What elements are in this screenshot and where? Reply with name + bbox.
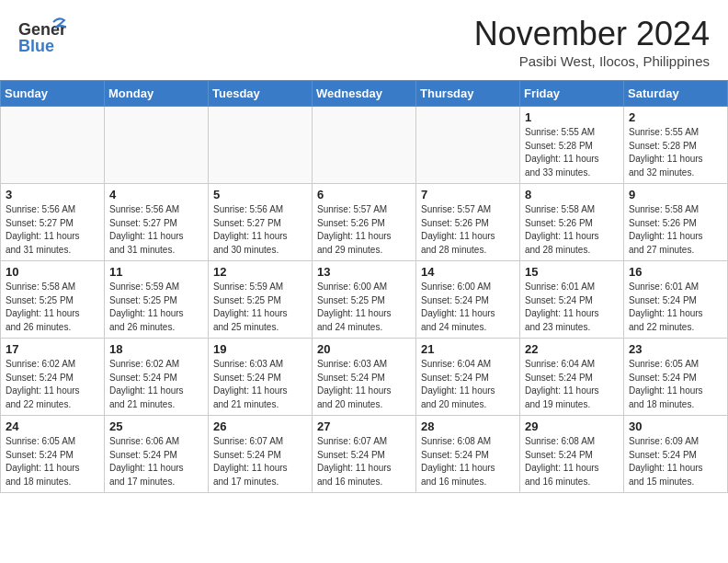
month-title: November 2024: [474, 15, 710, 53]
day-number: 12: [213, 265, 307, 279]
logo: General Blue: [18, 15, 66, 59]
week-row-2: 3Sunrise: 5:56 AMSunset: 5:27 PMDaylight…: [1, 184, 728, 261]
svg-text:General: General: [18, 20, 66, 39]
weekday-header-wednesday: Wednesday: [313, 81, 416, 107]
day-number: 13: [317, 265, 411, 279]
day-info: Sunrise: 6:03 AMSunset: 5:24 PMDaylight:…: [213, 358, 307, 411]
day-number: 9: [629, 188, 722, 201]
day-info: Sunrise: 6:02 AMSunset: 5:24 PMDaylight:…: [6, 358, 99, 411]
day-number: 2: [629, 110, 722, 124]
calendar-cell: 23Sunrise: 6:05 AMSunset: 5:24 PMDayligh…: [624, 339, 728, 416]
calendar-cell: 14Sunrise: 6:00 AMSunset: 5:24 PMDayligh…: [416, 261, 520, 339]
calendar-cell: 22Sunrise: 6:04 AMSunset: 5:24 PMDayligh…: [520, 339, 624, 416]
weekday-header-tuesday: Tuesday: [209, 81, 313, 107]
day-info: Sunrise: 5:59 AMSunset: 5:25 PMDaylight:…: [109, 281, 203, 334]
day-number: 27: [317, 419, 411, 433]
day-info: Sunrise: 6:03 AMSunset: 5:24 PMDaylight:…: [317, 358, 411, 411]
calendar-cell: [105, 107, 209, 184]
calendar-cell: 21Sunrise: 6:04 AMSunset: 5:24 PMDayligh…: [416, 339, 520, 416]
day-info: Sunrise: 6:01 AMSunset: 5:24 PMDaylight:…: [629, 281, 722, 334]
day-number: 4: [109, 188, 203, 201]
day-info: Sunrise: 5:58 AMSunset: 5:26 PMDaylight:…: [629, 203, 722, 257]
calendar-cell: 13Sunrise: 6:00 AMSunset: 5:25 PMDayligh…: [313, 261, 416, 339]
week-row-1: 1Sunrise: 5:55 AMSunset: 5:28 PMDaylight…: [1, 107, 728, 184]
day-number: 23: [629, 342, 722, 356]
day-number: 5: [213, 188, 307, 201]
calendar-cell: 5Sunrise: 5:56 AMSunset: 5:27 PMDaylight…: [209, 184, 313, 261]
weekday-header-thursday: Thursday: [416, 81, 520, 107]
day-info: Sunrise: 6:06 AMSunset: 5:24 PMDaylight:…: [109, 435, 203, 488]
calendar-cell: 12Sunrise: 5:59 AMSunset: 5:25 PMDayligh…: [209, 261, 313, 339]
calendar-cell: 17Sunrise: 6:02 AMSunset: 5:24 PMDayligh…: [1, 339, 105, 416]
day-info: Sunrise: 5:55 AMSunset: 5:28 PMDaylight:…: [525, 126, 619, 179]
calendar-cell: [313, 107, 416, 184]
day-info: Sunrise: 6:01 AMSunset: 5:24 PMDaylight:…: [525, 281, 619, 334]
day-info: Sunrise: 6:00 AMSunset: 5:24 PMDaylight:…: [421, 281, 515, 334]
day-number: 20: [317, 342, 411, 356]
day-number: 14: [421, 265, 515, 279]
day-info: Sunrise: 6:07 AMSunset: 5:24 PMDaylight:…: [317, 435, 411, 488]
day-number: 6: [317, 188, 411, 201]
calendar-cell: 2Sunrise: 5:55 AMSunset: 5:28 PMDaylight…: [624, 107, 728, 184]
calendar-cell: 16Sunrise: 6:01 AMSunset: 5:24 PMDayligh…: [624, 261, 728, 339]
day-info: Sunrise: 5:56 AMSunset: 5:27 PMDaylight:…: [213, 203, 307, 257]
day-info: Sunrise: 5:57 AMSunset: 5:26 PMDaylight:…: [421, 203, 515, 257]
calendar-cell: 24Sunrise: 6:05 AMSunset: 5:24 PMDayligh…: [1, 416, 105, 493]
calendar-cell: 8Sunrise: 5:58 AMSunset: 5:26 PMDaylight…: [520, 184, 624, 261]
day-info: Sunrise: 6:02 AMSunset: 5:24 PMDaylight:…: [109, 358, 203, 411]
day-info: Sunrise: 6:09 AMSunset: 5:24 PMDaylight:…: [629, 435, 722, 488]
title-section: November 2024 Pasibi West, Ilocos, Phili…: [474, 15, 710, 69]
day-number: 15: [525, 265, 619, 279]
day-number: 21: [421, 342, 515, 356]
calendar-cell: [416, 107, 520, 184]
day-info: Sunrise: 5:58 AMSunset: 5:26 PMDaylight:…: [525, 203, 619, 257]
day-info: Sunrise: 5:58 AMSunset: 5:25 PMDaylight:…: [6, 281, 99, 334]
day-number: 16: [629, 265, 722, 279]
day-number: 28: [421, 419, 515, 433]
day-info: Sunrise: 6:08 AMSunset: 5:24 PMDaylight:…: [525, 435, 619, 488]
calendar-cell: 19Sunrise: 6:03 AMSunset: 5:24 PMDayligh…: [209, 339, 313, 416]
day-info: Sunrise: 5:56 AMSunset: 5:27 PMDaylight:…: [109, 203, 203, 257]
day-info: Sunrise: 6:04 AMSunset: 5:24 PMDaylight:…: [421, 358, 515, 411]
calendar-cell: 28Sunrise: 6:08 AMSunset: 5:24 PMDayligh…: [416, 416, 520, 493]
day-number: 11: [109, 265, 203, 279]
weekday-header-monday: Monday: [105, 81, 209, 107]
logo-icon: General Blue: [18, 15, 66, 59]
day-number: 3: [6, 188, 99, 201]
week-row-4: 17Sunrise: 6:02 AMSunset: 5:24 PMDayligh…: [1, 339, 728, 416]
calendar-cell: 26Sunrise: 6:07 AMSunset: 5:24 PMDayligh…: [209, 416, 313, 493]
week-row-3: 10Sunrise: 5:58 AMSunset: 5:25 PMDayligh…: [1, 261, 728, 339]
calendar-cell: 25Sunrise: 6:06 AMSunset: 5:24 PMDayligh…: [105, 416, 209, 493]
location: Pasibi West, Ilocos, Philippines: [474, 53, 710, 69]
calendar-cell: 29Sunrise: 6:08 AMSunset: 5:24 PMDayligh…: [520, 416, 624, 493]
calendar-cell: 4Sunrise: 5:56 AMSunset: 5:27 PMDaylight…: [105, 184, 209, 261]
day-info: Sunrise: 6:05 AMSunset: 5:24 PMDaylight:…: [6, 435, 99, 488]
day-number: 22: [525, 342, 619, 356]
calendar-cell: 30Sunrise: 6:09 AMSunset: 5:24 PMDayligh…: [624, 416, 728, 493]
calendar-cell: 1Sunrise: 5:55 AMSunset: 5:28 PMDaylight…: [520, 107, 624, 184]
day-info: Sunrise: 5:59 AMSunset: 5:25 PMDaylight:…: [213, 281, 307, 334]
day-number: 29: [525, 419, 619, 433]
weekday-header-friday: Friday: [520, 81, 624, 107]
calendar-cell: [1, 107, 105, 184]
day-info: Sunrise: 5:57 AMSunset: 5:26 PMDaylight:…: [317, 203, 411, 257]
day-info: Sunrise: 6:04 AMSunset: 5:24 PMDaylight:…: [525, 358, 619, 411]
calendar-cell: 6Sunrise: 5:57 AMSunset: 5:26 PMDaylight…: [313, 184, 416, 261]
calendar-cell: [209, 107, 313, 184]
week-row-5: 24Sunrise: 6:05 AMSunset: 5:24 PMDayligh…: [1, 416, 728, 493]
day-number: 25: [109, 419, 203, 433]
day-info: Sunrise: 5:56 AMSunset: 5:27 PMDaylight:…: [6, 203, 99, 257]
weekday-header-sunday: Sunday: [1, 81, 105, 107]
day-number: 8: [525, 188, 619, 201]
calendar-cell: 9Sunrise: 5:58 AMSunset: 5:26 PMDaylight…: [624, 184, 728, 261]
day-number: 17: [6, 342, 99, 356]
svg-text:Blue: Blue: [18, 37, 54, 55]
day-info: Sunrise: 6:08 AMSunset: 5:24 PMDaylight:…: [421, 435, 515, 488]
page-header: General Blue November 2024 Pasibi West, …: [0, 0, 728, 76]
calendar-cell: 11Sunrise: 5:59 AMSunset: 5:25 PMDayligh…: [105, 261, 209, 339]
calendar-cell: 15Sunrise: 6:01 AMSunset: 5:24 PMDayligh…: [520, 261, 624, 339]
day-info: Sunrise: 5:55 AMSunset: 5:28 PMDaylight:…: [629, 126, 722, 179]
calendar-cell: 10Sunrise: 5:58 AMSunset: 5:25 PMDayligh…: [1, 261, 105, 339]
calendar-table: SundayMondayTuesdayWednesdayThursdayFrid…: [0, 80, 728, 493]
day-info: Sunrise: 6:05 AMSunset: 5:24 PMDaylight:…: [629, 358, 722, 411]
